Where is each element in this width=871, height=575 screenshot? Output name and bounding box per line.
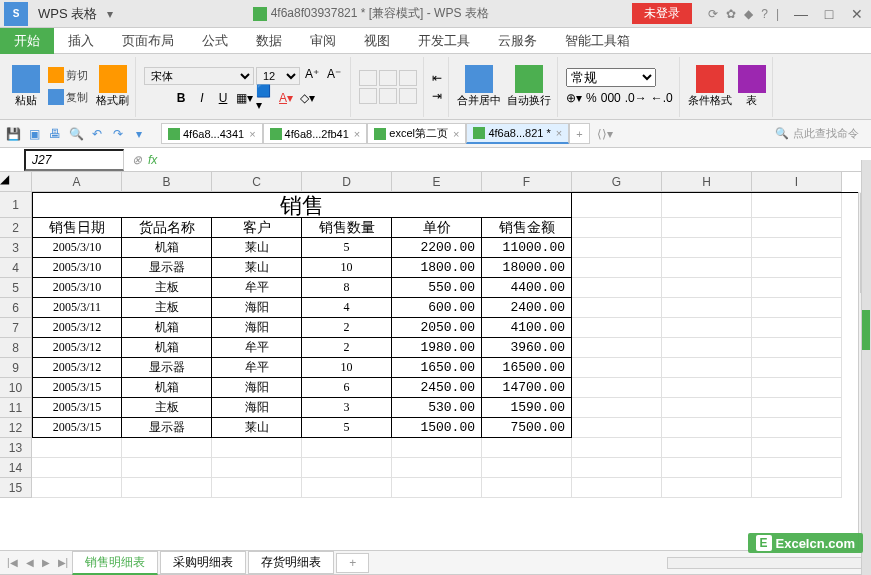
col-header[interactable]: F [482,172,572,191]
font-name-select[interactable]: 宋体 [144,67,254,85]
cell[interactable]: 2005/3/12 [32,318,122,338]
cell[interactable]: 海阳 [212,318,302,338]
cell[interactable] [572,358,662,378]
cell[interactable]: 2005/3/10 [32,238,122,258]
wps-home-icon[interactable]: ▣ [25,125,43,143]
sheet-nav-first-icon[interactable]: |◀ [4,557,21,568]
cell[interactable] [662,378,752,398]
cell[interactable]: 10 [302,358,392,378]
cell[interactable]: 2005/3/15 [32,418,122,438]
sheet-tab-inventory[interactable]: 存货明细表 [248,551,334,574]
cell[interactable] [752,218,842,238]
app-dropdown-icon[interactable]: ▾ [103,7,117,21]
cut-button[interactable]: 剪切 [46,65,90,85]
col-header[interactable]: D [302,172,392,191]
cell[interactable] [752,458,842,478]
cell[interactable]: 3 [302,398,392,418]
cell-reference-input[interactable] [24,149,124,171]
cell[interactable] [122,478,212,498]
cell[interactable] [212,478,302,498]
row-header[interactable]: 2 [0,218,31,238]
increase-decimal-icon[interactable]: .0→ [625,91,647,105]
row-header[interactable]: 3 [0,238,31,258]
table-style-button[interactable]: 表 [746,93,757,108]
cell[interactable] [392,478,482,498]
cell[interactable] [482,478,572,498]
row-header[interactable]: 1 [0,192,31,218]
cell[interactable] [572,398,662,418]
cell[interactable] [752,238,842,258]
cell[interactable]: 18000.00 [482,258,572,278]
cell[interactable]: 5 [302,238,392,258]
cell[interactable] [662,298,752,318]
maximize-button[interactable]: □ [815,6,843,22]
undo-icon[interactable]: ↶ [88,125,106,143]
row-header[interactable]: 11 [0,398,31,418]
cells-grid[interactable]: 销售 销售日期 货品名称 客户 销售数量 单价 销售金额 2005/3/10 机… [32,192,858,498]
cell[interactable]: 机箱 [122,238,212,258]
cell[interactable]: 10 [302,258,392,278]
cell[interactable] [752,278,842,298]
cell[interactable] [752,378,842,398]
copy-button[interactable]: 复制 [46,87,90,107]
cell[interactable] [662,478,752,498]
col-header[interactable]: H [662,172,752,191]
cell[interactable] [752,398,842,418]
search-commands[interactable]: 🔍 点此查找命令 [767,126,867,141]
cell[interactable] [572,193,662,218]
doc-tab-4[interactable]: 4f6a8...821 *× [466,123,569,144]
col-header[interactable]: G [572,172,662,191]
bold-button[interactable]: B [172,89,190,107]
save-icon[interactable]: 💾 [4,125,22,143]
close-icon[interactable]: × [556,127,562,139]
font-size-select[interactable]: 12 [256,67,300,85]
border-button[interactable]: ▦▾ [235,89,253,107]
cell[interactable] [752,478,842,498]
decrease-font-icon[interactable]: A⁻ [324,67,344,85]
cell[interactable]: 2050.00 [392,318,482,338]
redo-icon[interactable]: ↷ [109,125,127,143]
cell[interactable]: 牟平 [212,358,302,378]
cell[interactable]: 530.00 [392,398,482,418]
cell[interactable]: 销售金额 [482,218,572,238]
percent-icon[interactable]: % [586,91,597,105]
cell[interactable]: 2 [302,318,392,338]
cell[interactable]: 机箱 [122,318,212,338]
cell[interactable]: 显示器 [122,418,212,438]
align-center-icon[interactable] [379,88,397,104]
cell[interactable] [752,438,842,458]
cond-format-icon[interactable] [696,65,724,93]
cell[interactable] [572,418,662,438]
cell[interactable] [572,338,662,358]
increase-indent-icon[interactable]: ⇥ [432,89,442,103]
align-middle-icon[interactable] [379,70,397,86]
cell[interactable]: 2200.00 [392,238,482,258]
cell[interactable]: 4 [302,298,392,318]
comma-icon[interactable]: 000 [601,91,621,105]
increase-font-icon[interactable]: A⁺ [302,67,322,85]
minimize-button[interactable]: — [787,6,815,22]
row-header[interactable]: 6 [0,298,31,318]
close-button[interactable]: ✕ [843,6,871,22]
fx-button[interactable]: fx [148,153,157,167]
cell[interactable] [662,338,752,358]
cell[interactable] [302,478,392,498]
cell[interactable] [662,278,752,298]
row-header[interactable]: 12 [0,418,31,438]
cell[interactable]: 海阳 [212,378,302,398]
row-header[interactable]: 4 [0,258,31,278]
cell[interactable]: 550.00 [392,278,482,298]
login-button[interactable]: 未登录 [632,3,692,24]
cell[interactable]: 3960.00 [482,338,572,358]
paste-button[interactable]: 粘贴 [15,93,37,108]
print-icon[interactable]: 🖶 [46,125,64,143]
row-header[interactable]: 7 [0,318,31,338]
cell[interactable]: 客户 [212,218,302,238]
col-header[interactable]: E [392,172,482,191]
wrap-icon[interactable] [515,65,543,93]
fill-color-button[interactable]: 🟦▾ [256,89,274,107]
font-color-button[interactable]: A▾ [277,89,295,107]
currency-icon[interactable]: ⊕▾ [566,91,582,105]
cell[interactable]: 海阳 [212,298,302,318]
cell[interactable]: 海阳 [212,398,302,418]
